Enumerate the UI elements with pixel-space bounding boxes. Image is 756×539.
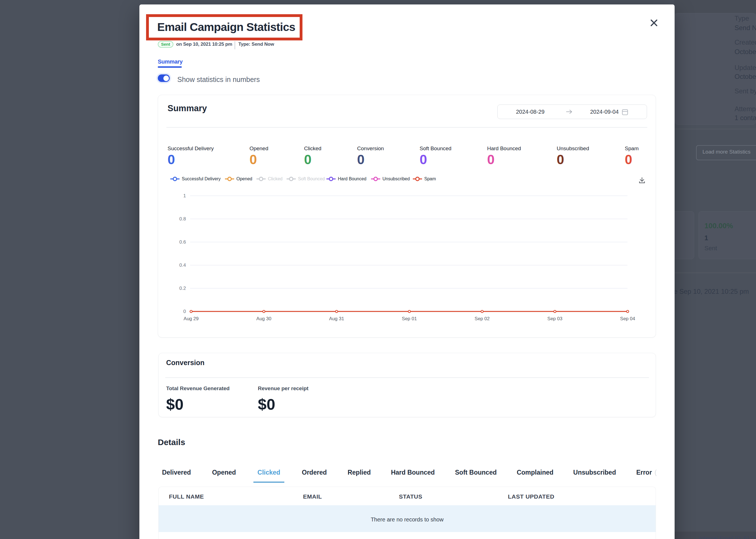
svg-text:1: 1 <box>183 193 186 198</box>
svg-text:0: 0 <box>183 309 186 314</box>
svg-text:0.6: 0.6 <box>179 239 186 245</box>
svg-text:Sep 04: Sep 04 <box>620 316 635 321</box>
svg-text:Sep 02: Sep 02 <box>475 316 490 321</box>
svg-text:Aug 30: Aug 30 <box>256 316 272 321</box>
svg-text:0.4: 0.4 <box>179 263 186 268</box>
svg-text:0.8: 0.8 <box>179 216 186 222</box>
svg-text:Aug 29: Aug 29 <box>184 316 199 321</box>
svg-text:Aug 31: Aug 31 <box>329 316 344 321</box>
svg-text:Sep 03: Sep 03 <box>547 316 562 321</box>
svg-text:Sep 01: Sep 01 <box>402 316 417 321</box>
svg-text:0.2: 0.2 <box>179 286 186 291</box>
